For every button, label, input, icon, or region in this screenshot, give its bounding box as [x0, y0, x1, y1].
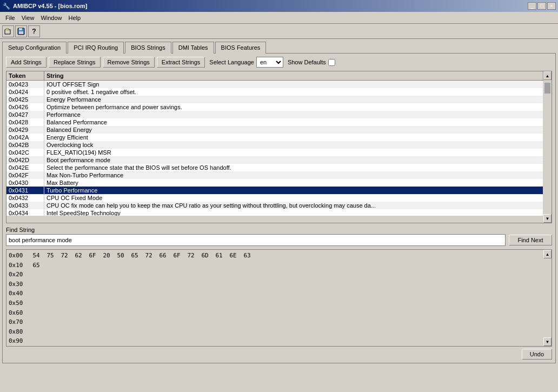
- hex-address: 0x40: [9, 289, 28, 298]
- table-row[interactable]: 0x042BOverclocking lock: [6, 141, 543, 149]
- hex-byte: 6E: [227, 251, 239, 261]
- hex-address: 0x80: [9, 327, 28, 337]
- menu-help[interactable]: Help: [65, 14, 84, 22]
- table-scroll-area[interactable]: 0x0423IOUT OFFSET Sign0x04240 positive o…: [6, 81, 543, 216]
- table-row[interactable]: 0x0429Balanced Energy: [6, 126, 543, 134]
- title-bar-buttons[interactable]: _ □ ×: [528, 2, 556, 10]
- table-row[interactable]: 0x0434Intel SpeedStep Technology: [6, 209, 543, 216]
- table-row[interactable]: 0x042AEnergy Efficient: [6, 134, 543, 141]
- cell-string: Energy Efficient: [44, 134, 543, 141]
- cell-token: 0x0424: [6, 88, 44, 96]
- svg-rect-0: [5, 30, 10, 34]
- hex-byte: 6F: [171, 251, 183, 261]
- tab-bios-features[interactable]: BIOS Features: [215, 42, 267, 54]
- cell-token: 0x042A: [6, 134, 44, 141]
- table-scrollbar[interactable]: ▲ ▼: [543, 71, 552, 223]
- cell-token: 0x0426: [6, 103, 44, 111]
- cell-string: Overclocking lock: [44, 141, 543, 149]
- cell-token: 0x0429: [6, 126, 44, 134]
- hex-byte: 65: [129, 251, 141, 261]
- hex-row: 0x1065: [9, 261, 541, 270]
- menu-file[interactable]: File: [2, 14, 18, 22]
- cell-string: Boot performance mode: [44, 156, 543, 164]
- title-text: AMIBCP v4.55 - [bios.rom]: [13, 3, 528, 9]
- hex-address: 0x20: [9, 270, 28, 280]
- cell-token: 0x0428: [6, 118, 44, 126]
- table-row[interactable]: 0x04240 positive offset. 1 negative offs…: [6, 88, 543, 96]
- remove-strings-button[interactable]: Remove Strings: [103, 57, 155, 68]
- cell-string: Select the performance state that the BI…: [44, 164, 543, 171]
- table-row[interactable]: 0x0423IOUT OFFSET Sign: [6, 81, 543, 88]
- cell-string: Max Battery: [44, 179, 543, 187]
- replace-strings-button[interactable]: Replace Strings: [49, 57, 101, 68]
- cell-string: Balanced Performance: [44, 118, 543, 126]
- cell-token: 0x042E: [6, 164, 44, 171]
- cell-string: IOUT OFFSET Sign: [44, 81, 543, 88]
- table-row[interactable]: 0x0431Turbo Performance: [6, 187, 543, 194]
- cell-token: 0x042D: [6, 156, 44, 164]
- tab-pci-irq-routing[interactable]: PCI IRQ Routing: [68, 42, 124, 54]
- table-row[interactable]: 0x0433CPU OC fix mode can help you to ke…: [6, 202, 543, 209]
- tab-bios-strings[interactable]: BIOS Strings: [125, 42, 171, 54]
- table-row[interactable]: 0x042FMax Non-Turbo Performance: [6, 171, 543, 179]
- bottom-row: Undo: [6, 349, 552, 360]
- table-row[interactable]: 0x042ESelect the performance state that …: [6, 164, 543, 171]
- cell-string: Optimize between performance and power s…: [44, 103, 543, 111]
- hex-byte: 61: [213, 251, 225, 261]
- scroll-up-arrow[interactable]: ▲: [543, 71, 552, 80]
- table-row[interactable]: 0x0426Optimize between performance and p…: [6, 103, 543, 111]
- hex-display: 0x00547572626F20506572666F726D616E630x10…: [6, 249, 543, 347]
- find-string-label: Find String: [6, 227, 552, 233]
- hex-scroll-up-arrow[interactable]: ▲: [543, 250, 552, 258]
- find-string-input[interactable]: [6, 234, 506, 246]
- hex-address: 0x90: [9, 336, 28, 346]
- toolbar: ?: [0, 24, 558, 39]
- help-icon: ?: [32, 27, 36, 35]
- table-row[interactable]: 0x0427Performance: [6, 111, 543, 118]
- hex-row: 0x80: [9, 327, 541, 337]
- hex-byte: 20: [101, 251, 112, 261]
- cell-string: CPU OC fix mode can help you to keep the…: [44, 202, 543, 209]
- svg-rect-2: [19, 28, 22, 30]
- show-defaults-wrap: Show Defaults: [288, 59, 335, 66]
- hex-byte: 75: [44, 251, 56, 261]
- add-strings-button[interactable]: Add Strings: [6, 57, 46, 68]
- table-row[interactable]: 0x0430Max Battery: [6, 179, 543, 187]
- hex-byte: 63: [241, 251, 253, 261]
- tab-setup-configuration[interactable]: Setup Configuration: [2, 42, 67, 54]
- header-token: Token: [6, 71, 44, 80]
- undo-button[interactable]: Undo: [522, 349, 552, 360]
- table-row[interactable]: 0x0425Energy Performance: [6, 96, 543, 103]
- table-row[interactable]: 0x042DBoot performance mode: [6, 156, 543, 164]
- tab-dmi-tables[interactable]: DMI Tables: [172, 42, 214, 54]
- scroll-down-arrow[interactable]: ▼: [543, 214, 552, 223]
- show-defaults-checkbox[interactable]: [328, 59, 335, 66]
- hex-scroll-down-arrow[interactable]: ▼: [543, 337, 552, 346]
- strings-table: Token String 0x0423IOUT OFFSET Sign0x042…: [6, 71, 543, 223]
- find-next-button[interactable]: Find Next: [509, 235, 552, 245]
- table-row[interactable]: 0x042CFLEX_RATIO(194) MSR: [6, 149, 543, 156]
- extract-strings-button[interactable]: Extract Strings: [157, 57, 205, 68]
- cell-token: 0x0430: [6, 179, 44, 187]
- hex-scrollbar[interactable]: ▲ ▼: [543, 249, 552, 347]
- save-button[interactable]: [15, 25, 27, 37]
- minimize-button[interactable]: _: [528, 2, 536, 10]
- hex-row: 0x20: [9, 270, 541, 280]
- svg-rect-3: [19, 31, 23, 34]
- hex-scroll-track: [543, 258, 552, 337]
- table-row[interactable]: 0x0432CPU OC Fixed Mode: [6, 194, 543, 202]
- menu-view[interactable]: View: [18, 14, 38, 22]
- language-select[interactable]: en fr de es: [256, 57, 283, 68]
- open-button[interactable]: [2, 25, 14, 37]
- hex-scroll-area[interactable]: 0x00547572626F20506572666F726D616E630x10…: [6, 250, 543, 346]
- cell-string: Intel SpeedStep Technology: [44, 209, 543, 216]
- maximize-button[interactable]: □: [537, 2, 546, 10]
- show-defaults-label: Show Defaults: [288, 59, 326, 65]
- hex-address: 0x70: [9, 317, 28, 327]
- help-button[interactable]: ?: [28, 25, 40, 37]
- menu-window[interactable]: Window: [37, 14, 65, 22]
- hex-address: 0x60: [9, 308, 28, 318]
- close-button[interactable]: ×: [547, 2, 556, 10]
- table-row[interactable]: 0x0428Balanced Performance: [6, 118, 543, 126]
- hex-byte: 72: [185, 251, 197, 261]
